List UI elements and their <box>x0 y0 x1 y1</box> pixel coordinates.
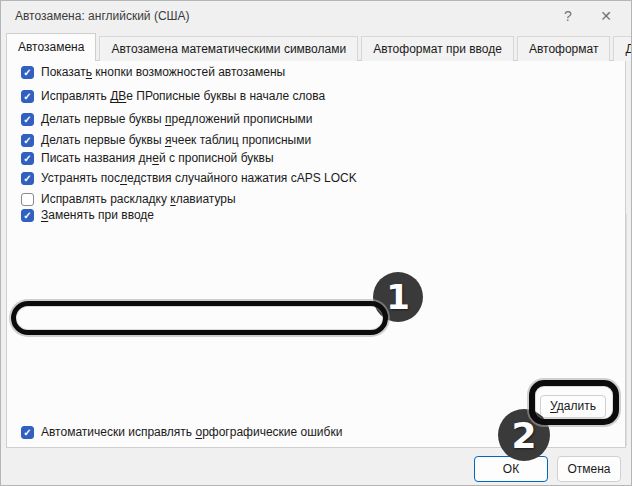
autocorrect-dialog: Автозамена: английский (США) ? ✕ Автозам… <box>0 0 632 486</box>
tab-strip: Автозамена Автозамена математическими си… <box>6 34 632 61</box>
checkbox-correct-caps-lock[interactable]: ✓ Устранять последствия случайного нажат… <box>21 170 357 186</box>
checkbox-icon[interactable]: ✓ <box>21 152 34 165</box>
checkbox-icon[interactable]: ✓ <box>21 134 34 147</box>
checkbox-label: Исправлять раскладку клавиатуры <box>41 192 236 206</box>
checkbox-label: Писать названия дней с прописной буквы <box>41 151 274 165</box>
checkbox-icon[interactable]: ✓ <box>21 172 34 185</box>
checkbox-icon[interactable]: ✓ <box>21 426 34 439</box>
checkmark-icon: ✓ <box>22 135 33 147</box>
checkbox-icon[interactable]: ✓ <box>21 90 34 103</box>
checkmark-icon: ✓ <box>22 153 33 165</box>
checkbox-capitalize-table-cells[interactable]: ✓ Делать первые буквы ячеек таблиц пропи… <box>21 132 311 148</box>
cancel-button[interactable]: Отмена <box>557 456 621 482</box>
checkbox-correct-two-initial-capitals[interactable]: ✓ Исправлять ДВе ПРописные буквы в начал… <box>21 88 325 104</box>
checkbox-label: Автоматически исправлять орфографические… <box>41 425 342 439</box>
checkbox-capitalize-day-names[interactable]: ✓ Писать названия дней с прописной буквы <box>21 150 274 166</box>
checkbox-icon[interactable]: ✓ <box>21 209 34 222</box>
help-icon[interactable]: ? <box>551 1 585 31</box>
checkmark-icon: ✓ <box>22 173 33 185</box>
tab-actions[interactable]: Действия <box>613 36 632 61</box>
checkbox-capitalize-sentences[interactable]: ✓ Делать первые буквы предложений пропис… <box>21 111 313 127</box>
checkmark-icon: ✓ <box>22 114 33 126</box>
close-icon[interactable]: ✕ <box>589 1 623 31</box>
tab-math-autocorrect[interactable]: Автозамена математическими символами <box>99 36 358 61</box>
tab-autoformat[interactable]: Автоформат <box>517 36 611 61</box>
checkbox-label: Устранять последствия случайного нажатия… <box>41 171 357 185</box>
checkbox-replace-as-you-type[interactable]: ✓ Заменять при вводе <box>21 207 159 223</box>
checkbox-label: Делать первые буквы предложений прописны… <box>41 112 313 126</box>
tab-autoformat-as-you-type[interactable]: Автоформат при вводе <box>361 36 514 61</box>
checkbox-icon[interactable]: ✓ <box>21 66 34 79</box>
checkbox-label: Делать первые буквы ячеек таблиц прописн… <box>41 133 311 147</box>
annotation-highlight-selected-row <box>11 301 388 335</box>
checkbox-icon[interactable]: ✓ <box>21 193 34 206</box>
checkbox-show-autocorrect-buttons[interactable]: ✓ Показать кнопки возможностей автозамен… <box>21 64 285 80</box>
checkmark-icon: ✓ <box>22 427 33 439</box>
checkbox-icon[interactable]: ✓ <box>21 113 34 126</box>
checkmark-icon: ✓ <box>22 67 33 79</box>
title-bar: Автозамена: английский (США) ? ✕ <box>1 1 631 32</box>
tab-autocorrect[interactable]: Автозамена <box>6 33 96 61</box>
dialog-title: Автозамена: английский (США) <box>15 9 190 23</box>
ok-button[interactable]: ОК <box>474 456 548 482</box>
checkbox-label: Исправлять ДВе ПРописные буквы в начале … <box>41 89 325 103</box>
annotation-highlight-delete-button <box>529 380 619 425</box>
checkbox-label: Заменять при вводе <box>41 208 154 222</box>
checkbox-correct-keyboard-layout[interactable]: ✓ Исправлять раскладку клавиатуры <box>21 191 236 207</box>
checkbox-label: Показать кнопки возможностей автозамены <box>41 65 285 79</box>
checkbox-auto-spelling-corrections[interactable]: ✓ Автоматически исправлять орфографическ… <box>21 424 342 440</box>
checkmark-icon: ✓ <box>22 91 33 103</box>
checkmark-icon: ✓ <box>22 210 33 222</box>
